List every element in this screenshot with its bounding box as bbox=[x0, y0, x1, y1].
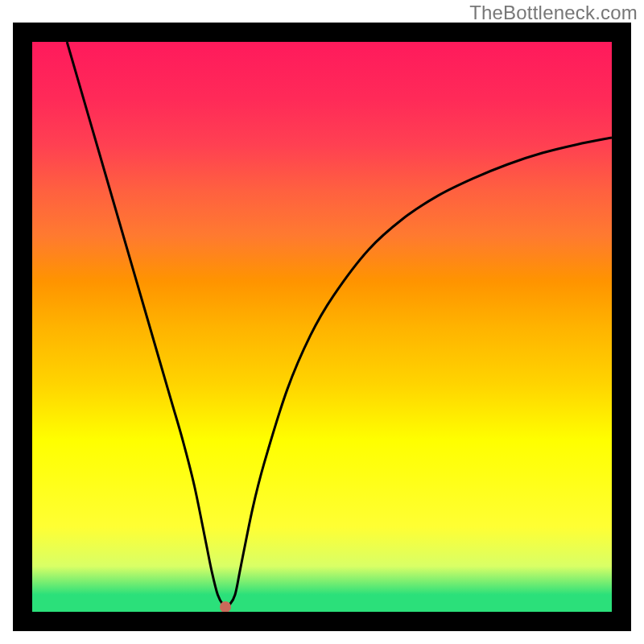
chart-curve-path bbox=[67, 42, 612, 607]
chart-marker-dot bbox=[220, 601, 231, 612]
watermark-text: TheBottleneck.com bbox=[469, 2, 638, 24]
chart-stage: TheBottleneck.com bbox=[0, 0, 644, 644]
chart-plot-area bbox=[32, 42, 612, 612]
chart-curve-svg bbox=[32, 42, 612, 612]
